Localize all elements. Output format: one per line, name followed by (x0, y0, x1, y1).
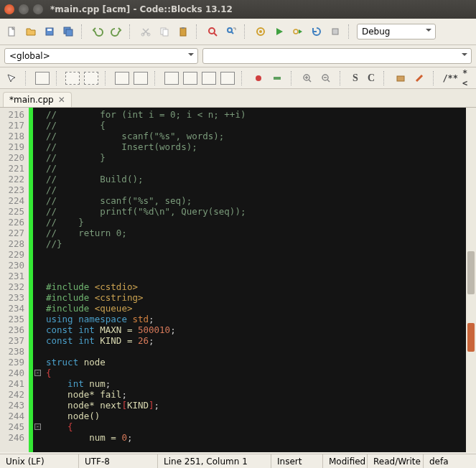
box-tool-8[interactable] (202, 72, 216, 85)
undo-button[interactable] (90, 24, 106, 39)
box-tool-5[interactable] (134, 72, 148, 85)
scope-toolbar: <global> (0, 45, 476, 67)
box-tool-2[interactable] (65, 72, 80, 85)
build-run-button[interactable] (290, 24, 306, 39)
cut-button[interactable] (138, 24, 154, 39)
code-editor[interactable]: 2162172182192202212222232242252262272282… (0, 108, 476, 452)
new-file-button[interactable] (4, 24, 20, 39)
svg-point-15 (294, 29, 298, 34)
window-maximize-button[interactable] (33, 4, 43, 14)
box-tool-3[interactable] (84, 72, 98, 85)
status-cursor: Line 251, Column 1 (158, 454, 271, 468)
window-minimize-button[interactable] (19, 4, 29, 14)
editor-tab-bar: *main.cpp ✕ (0, 89, 476, 108)
select-tool-button[interactable] (4, 70, 19, 86)
code-content[interactable]: // for (int i = 0; i < n; ++i) // { // s… (43, 108, 476, 452)
svg-rect-10 (182, 27, 185, 29)
abort-button[interactable] (327, 24, 343, 39)
status-encoding[interactable]: UTF-8 (79, 454, 158, 468)
scope-left-label: <global> (9, 51, 50, 61)
file-tab-label: *main.cpp (9, 95, 54, 105)
status-insert-mode[interactable]: Insert (271, 454, 323, 468)
box-tool-1[interactable] (35, 72, 50, 85)
status-modified: Modified (323, 454, 368, 468)
svg-rect-4 (66, 29, 73, 36)
run-button[interactable] (271, 24, 287, 39)
fold-gutter[interactable]: -- (33, 108, 43, 452)
replace-button[interactable] (223, 24, 239, 39)
scope-left-combo[interactable]: <global> (4, 48, 198, 64)
title-bar: *main.cpp [acm] - Code::Blocks 13.12 (0, 0, 476, 19)
build-target-label: Debug (362, 27, 390, 37)
redo-button[interactable] (108, 24, 124, 39)
svg-rect-18 (274, 77, 281, 80)
line-comment-button[interactable]: *< (462, 68, 472, 88)
build-button[interactable] (253, 24, 269, 39)
svg-rect-2 (47, 29, 52, 31)
status-eol[interactable]: Unix (LF) (0, 454, 79, 468)
open-file-button[interactable] (23, 24, 39, 39)
status-readwrite: Read/Write (368, 454, 424, 468)
box-tool-9[interactable] (220, 72, 235, 85)
status-bar: Unix (LF) UTF-8 Line 251, Column 1 Inser… (0, 454, 476, 468)
window-title: *main.cpp [acm] - Code::Blocks 13.12 (50, 4, 233, 14)
box-tool-4[interactable] (115, 72, 129, 85)
s-button[interactable]: S (350, 72, 361, 84)
scope-right-combo[interactable] (202, 48, 472, 64)
close-tab-icon[interactable]: ✕ (58, 95, 65, 105)
zoom-out-button[interactable] (319, 70, 333, 86)
paste-button[interactable] (175, 24, 191, 39)
secondary-toolbar: S C /** *< (0, 67, 476, 89)
block-comment-button[interactable]: /** (442, 73, 458, 83)
bookmark-button[interactable] (270, 70, 284, 86)
window-close-button[interactable] (4, 4, 14, 14)
box-tool-6[interactable] (164, 72, 179, 85)
svg-rect-8 (163, 29, 168, 36)
svg-point-11 (209, 28, 215, 34)
misc-tool-1[interactable] (393, 70, 408, 86)
file-tab[interactable]: *main.cpp ✕ (3, 92, 72, 107)
editor-vscrollbar[interactable] (466, 108, 476, 452)
build-target-combo[interactable]: Debug (357, 24, 436, 39)
svg-rect-21 (397, 76, 404, 81)
rebuild-button[interactable] (309, 24, 325, 39)
main-toolbar: Debug (0, 19, 476, 45)
box-tool-7[interactable] (183, 72, 197, 85)
copy-button[interactable] (157, 24, 172, 39)
save-button[interactable] (42, 24, 57, 39)
find-button[interactable] (205, 24, 220, 39)
svg-point-14 (259, 30, 262, 33)
break-toggle-button[interactable] (251, 70, 266, 86)
zoom-in-button[interactable] (300, 70, 314, 86)
line-number-gutter: 2162172182192202212222232242252262272282… (0, 108, 29, 452)
misc-tool-2[interactable] (412, 70, 426, 86)
status-extra: defa (424, 454, 476, 468)
svg-point-17 (256, 75, 261, 81)
c-button[interactable]: C (365, 72, 377, 84)
save-all-button[interactable] (60, 24, 76, 39)
svg-rect-16 (332, 29, 338, 34)
svg-rect-9 (180, 28, 186, 36)
